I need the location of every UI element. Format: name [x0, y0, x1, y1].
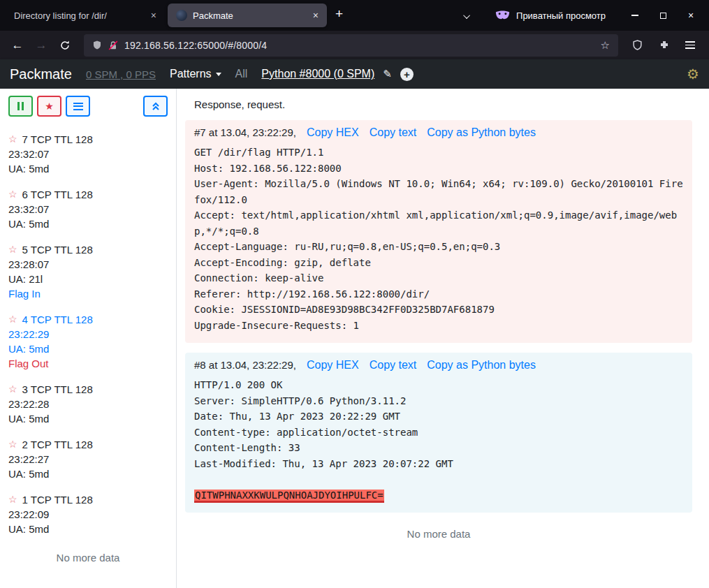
insecure-lock-icon[interactable] — [108, 41, 118, 50]
navigation-bar: ← → 192.168.56.122:65000/#/8000/4 ☆ — [0, 31, 709, 59]
star-icon[interactable]: ☆ — [8, 382, 17, 397]
close-tab-icon[interactable]: × — [310, 10, 321, 21]
list-icon — [73, 103, 83, 104]
star-icon[interactable]: ☆ — [8, 437, 17, 452]
copy-hex-link[interactable]: Copy HEX — [307, 359, 359, 372]
tab-packmate[interactable]: Packmate × — [168, 3, 327, 27]
packmate-header: Packmate 0 SPM , 0 PPS Patterns All Pyth… — [0, 59, 709, 89]
shield-icon — [632, 40, 643, 50]
stream-title: 4 TCP TTL 128 — [22, 312, 93, 327]
bookmark-star-icon[interactable]: ☆ — [601, 39, 610, 52]
private-browsing-badge: Приватный просмотр — [495, 10, 606, 21]
menu-button[interactable] — [680, 35, 701, 56]
minimize-button[interactable] — [621, 3, 649, 27]
copy-python-bytes-link[interactable]: Copy as Python bytes — [427, 359, 536, 372]
pause-icon — [17, 102, 20, 110]
service-name-link[interactable]: Python #8000 (0 SPM) — [261, 68, 374, 80]
star-icon[interactable]: ☆ — [8, 242, 17, 257]
stream-item-2[interactable]: ☆2 TCP TTL 128 23:22:27 UA: 5md — [8, 437, 168, 481]
patterns-dropdown[interactable]: Patterns — [170, 68, 221, 80]
close-tab-icon[interactable]: × — [148, 10, 159, 21]
app-brand[interactable]: Packmate — [10, 66, 72, 82]
stream-title: 6 TCP TTL 128 — [22, 187, 93, 202]
tab-directory-listing[interactable]: Directory listing for /dir/ × — [6, 3, 165, 27]
stream-item-4[interactable]: ☆4 TCP TTL 128 23:22:29 UA: 5md Flag Out — [8, 312, 168, 371]
packet-id: #8 at 13.04, 23:22:29, — [194, 359, 296, 371]
edit-service-icon[interactable]: ✎ — [383, 68, 392, 80]
reload-button[interactable] — [54, 35, 75, 56]
url-input[interactable]: 192.168.56.122:65000/#/8000/4 — [124, 40, 594, 51]
favorites-filter-button[interactable]: ★ — [37, 96, 61, 117]
hamburger-icon — [685, 41, 695, 43]
copy-text-link[interactable]: Copy text — [370, 359, 417, 372]
star-icon[interactable]: ☆ — [8, 187, 17, 202]
settings-gear-icon[interactable]: ⚙ — [687, 66, 699, 82]
stream-time: 23:22:29 — [8, 327, 168, 341]
star-icon[interactable]: ☆ — [8, 492, 17, 507]
streams-sidebar: ★ ☆7 TCP TTL 128 23:32:07 UA: 5md ☆6 TCP… — [0, 89, 177, 588]
tracking-protection-shield-icon[interactable] — [92, 40, 102, 50]
stream-item-6[interactable]: ☆6 TCP TTL 128 23:32:07 UA: 5md — [8, 187, 168, 231]
packet-header: #7 at 13.04, 23:22:29, Copy HEX Copy tex… — [194, 126, 683, 139]
stream-ua: UA: 5md — [8, 411, 168, 426]
current-service: Python #8000 (0 SPM) ✎ + — [261, 68, 413, 81]
sidebar-toolbar: ★ — [8, 96, 168, 117]
flag-in-link[interactable]: Flag In — [8, 286, 168, 301]
flag-out-link[interactable]: Flag Out — [8, 356, 168, 371]
stream-ua: UA: 5md — [8, 161, 168, 176]
packet-body: GET /dir/flag HTTP/1.1 Host: 192.168.56.… — [194, 145, 683, 333]
url-bar[interactable]: 192.168.56.122:65000/#/8000/4 ☆ — [84, 34, 618, 57]
double-chevron-up-icon — [152, 102, 160, 111]
extensions-puzzle-icon — [659, 40, 669, 50]
tab-title: Packmate — [193, 10, 305, 21]
flag-line: QITWPHNAXXKWULPQNHOAJDYOIHPULFC= — [194, 487, 683, 503]
packet-card-request: #7 at 13.04, 23:22:29, Copy HEX Copy tex… — [185, 120, 692, 343]
back-button[interactable]: ← — [7, 35, 28, 56]
extensions-button[interactable] — [653, 35, 674, 56]
content-area: ★ ☆7 TCP TTL 128 23:32:07 UA: 5md ☆6 TCP… — [0, 89, 709, 588]
toolbar-right-icons — [627, 35, 701, 56]
pause-stream-button[interactable] — [8, 96, 33, 117]
stream-time: 23:32:07 — [8, 202, 168, 216]
collapse-sidebar-button[interactable] — [143, 96, 168, 117]
copy-python-bytes-link[interactable]: Copy as Python bytes — [427, 126, 536, 139]
main-no-more-data: No more data — [185, 528, 692, 540]
list-all-tabs-button[interactable] — [458, 3, 477, 27]
private-badge-label: Приватный просмотр — [516, 10, 606, 21]
add-service-icon[interactable]: + — [400, 68, 414, 81]
stream-title: 2 TCP TTL 128 — [22, 437, 93, 452]
copy-text-link[interactable]: Copy text — [370, 126, 417, 139]
minimize-icon — [631, 15, 638, 16]
packet-card-response: #8 at 13.04, 23:22:29, Copy HEX Copy tex… — [185, 353, 692, 513]
spm-pps-stats: 0 SPM , 0 PPS — [86, 68, 156, 80]
stream-item-1[interactable]: ☆1 TCP TTL 128 23:22:09 UA: 5md — [8, 492, 168, 536]
stream-time: 23:22:28 — [8, 397, 168, 411]
stream-item-3[interactable]: ☆3 TCP TTL 128 23:22:28 UA: 5md — [8, 382, 168, 426]
stream-title: 7 TCP TTL 128 — [22, 132, 93, 147]
stream-ua: UA: 5md — [8, 216, 168, 231]
caret-down-icon — [216, 73, 221, 76]
packet-header: #8 at 13.04, 23:22:29, Copy HEX Copy tex… — [194, 359, 683, 372]
reload-icon — [60, 41, 70, 50]
maximize-button[interactable] — [649, 3, 677, 27]
new-tab-button[interactable]: + — [328, 5, 350, 26]
packmate-favicon — [176, 10, 187, 21]
packet-id: #7 at 13.04, 23:22:29, — [194, 126, 296, 138]
stream-item-7[interactable]: ☆7 TCP TTL 128 23:32:07 UA: 5md — [8, 132, 168, 176]
copy-hex-link[interactable]: Copy HEX — [307, 126, 359, 139]
stream-item-5[interactable]: ☆5 TCP TTL 128 23:28:07 UA: 21l Flag In — [8, 242, 168, 301]
list-view-button[interactable] — [66, 96, 90, 117]
star-icon[interactable]: ☆ — [8, 312, 17, 327]
tab-bar: Directory listing for /dir/ × Packmate ×… — [0, 0, 709, 31]
tab-title: Directory listing for /dir/ — [14, 10, 142, 21]
forward-button[interactable]: → — [31, 35, 52, 56]
service-filter-all[interactable]: All — [235, 68, 248, 80]
protections-button[interactable] — [627, 35, 648, 56]
browser-window: Directory listing for /dir/ × Packmate ×… — [0, 0, 709, 588]
stream-ua: UA: 21l — [8, 272, 168, 286]
close-window-button[interactable]: × — [677, 3, 705, 27]
stream-title: 1 TCP TTL 128 — [22, 492, 93, 507]
star-icon[interactable]: ☆ — [8, 132, 17, 147]
stream-time: 23:22:27 — [8, 452, 168, 466]
sidebar-no-more-data: No more data — [8, 552, 168, 564]
